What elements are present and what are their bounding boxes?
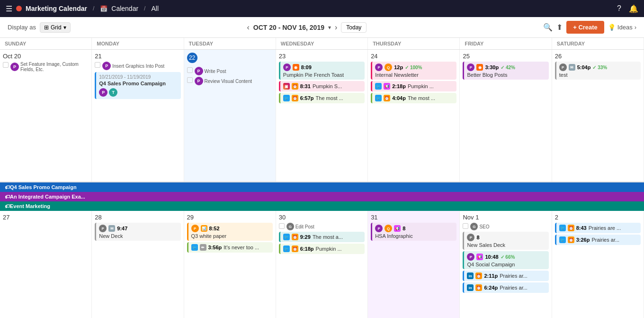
event-pumpkin-24[interactable]: 🐦 📢 2:18p Pumpkin ... [371,81,456,91]
avatar-q4-1: P [99,88,107,97]
bar-integrated-mid[interactable]: 🏷 An Integrated Campaign Exa... [0,192,644,201]
event-pumpkin-30[interactable]: 🐦 ⏰ 6:18p Pumpkin ... [279,244,365,254]
avatar-new-sales: P [467,234,474,241]
display-as-label: Display as [8,24,36,31]
avatar-seo: G [470,223,478,230]
time-pumpkin-24: 2:18p [392,83,406,89]
pct-blog: ✓ 42% [501,65,515,70]
bar-event-icon: 🏷 [5,203,10,209]
week-row-2: 27 28 P ✉ 9:47 New Deck 29 [0,211,644,318]
event-new-deck[interactable]: P ✉ 9:47 New Deck [95,223,180,241]
event-test[interactable]: P ✉ 5:04p ✓ 33% test [555,62,641,80]
tw-icon-pumpkin-30: 🐦 [283,245,290,252]
tw-icon-1: 🐦 [283,95,290,101]
grid-button[interactable]: ⊞ Grid ▾ [40,22,71,33]
checkbox-edit-post[interactable] [279,223,285,229]
task-write-post[interactable]: P Write Post [187,67,273,75]
avatar-q4-social: P [467,253,474,261]
task-edit-post[interactable]: G Edit Post [279,223,365,230]
day-30: 30 G Edit Post 🐦 ⏰ 9:29 The most a... [276,211,368,318]
title-pumpkin: Pumpkin Pie French Toast [283,72,362,78]
time-pumpkin: 8:09 [301,64,312,70]
day-24: 24 P Q 12p ✓ 100% Internal Newsletter 🐦 … [368,50,460,182]
bar-q4-sales-mid[interactable]: 🏷 Q4 Sales Promo Campaign [0,182,644,192]
clock-icon-pumpkin-30: ⏰ [292,245,298,252]
today-indicator: 22 [187,53,197,63]
event-hsa[interactable]: P Q 📢 8 HSA Infographic [371,223,456,241]
task-seo[interactable]: G SEO [463,223,548,230]
bell-icon[interactable]: 🔔 [629,4,638,13]
time-prairies-1: 2:11p [484,273,498,279]
day-21: 21 P Insert Graphics Into Post 10/21/201… [92,50,184,182]
avatar-new-deck: P [99,225,107,232]
today-button[interactable]: Today [341,22,367,33]
day-nov1: Nov 1 G SEO P 8 New Sales Deck [460,211,552,318]
task-insert-graphics[interactable]: P Insert Graphics Into Post [95,62,180,70]
event-row-q3: P 📊 8:52 [191,225,270,232]
bar-event-mid[interactable]: 🏷 Event Marketing [0,201,644,211]
event-blog-posts[interactable]: P ◉ 3:30p ✓ 42% Better Blog Posts [463,62,548,80]
event-row-pumpkin-s: ▣ ⏰ 8:31 Pumpkin S... [283,83,362,90]
avatar-set-feature: P [10,63,19,71]
share-button[interactable]: ⬆ [556,23,563,32]
grid-chevron: ▾ [63,24,66,31]
app-title: Marketing Calendar [26,5,87,12]
time-most-1: 6:57p [300,95,314,101]
day-num-26: 26 [555,53,641,60]
sep1: / [93,5,94,12]
event-prairies-3[interactable]: 🐦 ⏰ 8:43 Prairies are ... [555,223,641,233]
next-button[interactable]: › [335,23,337,32]
event-pumpkin-s[interactable]: ▣ ⏰ 8:31 Pumpkin S... [279,81,365,91]
time-prairies-4: 3:26p [576,237,590,243]
day-num-21: 21 [95,53,180,60]
avatar-review: P [195,77,203,85]
checkbox-seo[interactable] [463,223,468,229]
mail-icon-test: ✉ [569,64,575,71]
date-dropdown-icon[interactable]: ▾ [328,24,331,31]
event-q3-paper[interactable]: P 📊 8:52 Q3 white paper [187,223,273,241]
event-prairies-2[interactable]: in ⏰ 6:24p Prairies ar... [463,282,548,293]
title-new-sales: New Sales Deck [467,242,546,248]
checkbox-insert-graphics[interactable] [95,62,100,68]
tw-icon-most-a: 🐦 [283,234,290,240]
event-newsletter[interactable]: P Q 12p ✓ 100% Internal Newsletter [371,62,456,80]
prev-button[interactable]: ‹ [247,23,249,32]
event-row-new-deck: P ✉ 9:47 [99,225,178,232]
clock-icon-most-a: ⏰ [292,234,298,240]
event-most-a[interactable]: 🐦 ⏰ 9:29 The most a... [279,232,365,242]
title-prairies-3: Prairies are ... [589,225,621,231]
avatar-hsa-2: Q [385,225,392,232]
day-num-30: 30 [279,214,365,221]
task-set-feature[interactable]: P Set Feature Image, Custom Fields, Etc. [3,62,89,72]
bar-event-label: Event Marketing [10,203,50,209]
pencil-icon-never: ✏ [200,244,206,251]
day-oct20: Oct 20 P Set Feature Image, Custom Field… [0,50,92,182]
event-pumpkin-pie[interactable]: P ◉ 8:09 Pumpkin Pie French Toast [279,62,365,80]
ig-icon: ▣ [283,83,290,90]
ideas-button[interactable]: 💡 Ideas › [608,24,636,31]
q4-multiday-event[interactable]: 10/21/2019 - 11/19/2019 Q4 Sales Promo C… [95,72,180,99]
checkbox-set-feature[interactable] [3,62,9,68]
event-prairies-1[interactable]: in ⏰ 2:11p Prairies ar... [463,271,548,281]
event-q4-social[interactable]: P 📢 10:48 ✓ 66% Q4 Social Campaign [463,251,548,269]
search-button[interactable]: 🔍 [543,23,553,32]
help-icon[interactable]: ? [617,4,621,13]
create-button[interactable]: + Create [566,21,604,34]
day-num-31: 31 [371,214,456,221]
day-26: 26 P ✉ 5:04p ✓ 33% test [552,50,644,182]
event-most-1[interactable]: 🐦 ⏰ 6:57p The most ... [279,93,365,103]
date-range[interactable]: OCT 20 - NOV 16, 2019 [253,24,324,31]
avatar-blog: P [467,64,474,71]
event-new-sales-deck[interactable]: P 8 New Sales Deck [463,232,548,250]
hamburger-icon[interactable]: ☰ [6,4,12,13]
event-most-24[interactable]: 🐦 ⏰ 4:04p The most ... [371,93,456,103]
event-row-q4-social: P 📢 10:48 ✓ 66% [467,253,546,261]
task-review-visual[interactable]: P Review Visual Content [187,77,273,85]
checkbox-review[interactable] [187,77,193,83]
header-wed: WEDNESDAY [276,38,368,49]
checkbox-write-post[interactable] [187,67,193,73]
event-never-too[interactable]: 🐦 ✏ 3:56p It's never too ... [187,242,273,253]
bar-q4-label: Q4 Sales Promo Campaign [10,184,77,190]
event-prairies-4[interactable]: 🐦 ⏰ 3:26p Prairies ar... [555,235,641,245]
sep2: / [144,5,145,12]
